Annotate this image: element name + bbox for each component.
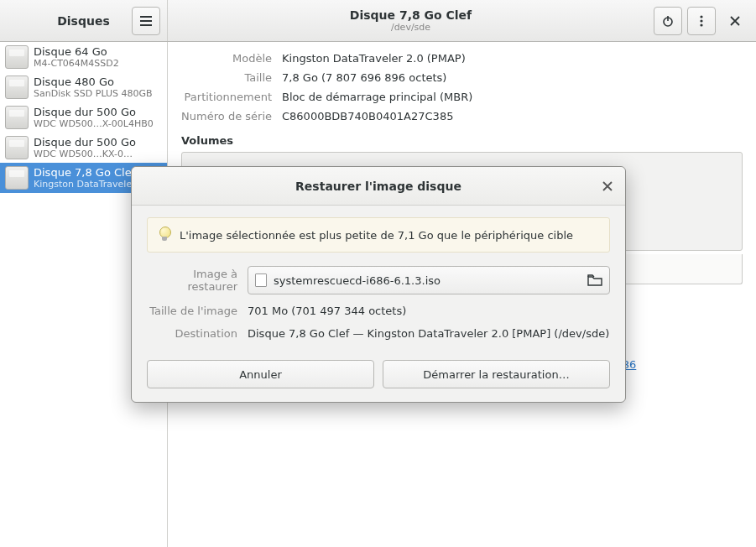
model-value: Kingston DataTraveler 2.0 (PMAP) bbox=[282, 52, 743, 65]
headerbar: Disques Disque 7,8 Go Clef /dev/sde bbox=[0, 0, 756, 42]
kebab-icon bbox=[700, 15, 703, 27]
size-value: 7,8 Go (7 807 696 896 octets) bbox=[282, 71, 743, 84]
partitioning-value: Bloc de démarrage principal (MBR) bbox=[282, 91, 743, 103]
image-size-value: 701 Mo (701 497 344 octets) bbox=[248, 305, 610, 317]
serial-label: Numéro de série bbox=[181, 110, 282, 122]
dialog-header: Restaurer l'image disque bbox=[132, 167, 625, 206]
headerbar-center: Disque 7,8 Go Clef /dev/sde bbox=[168, 0, 654, 41]
disk-item-3[interactable]: Disque dur 500 Go WDC WD500…KX-0… bbox=[0, 133, 167, 163]
infobar-message: L'image sélectionnée est plus petite de … bbox=[180, 229, 573, 242]
app-title: Disques bbox=[57, 14, 110, 28]
disk-subtitle: /dev/sde bbox=[391, 22, 430, 33]
headerbar-right bbox=[654, 0, 756, 41]
disk-item-sub: SanDisk SSD PLUS 480GB bbox=[34, 88, 153, 99]
disk-item-sub: Kingston DataTravele… bbox=[34, 179, 143, 190]
drive-icon bbox=[5, 45, 29, 69]
close-icon bbox=[602, 181, 613, 191]
disk-menu-button[interactable] bbox=[687, 7, 716, 35]
drive-icon bbox=[5, 166, 29, 190]
svg-point-4 bbox=[700, 23, 702, 26]
dialog-body: L'image sélectionnée est plus petite de … bbox=[132, 206, 625, 353]
dialog-actions: Annuler Démarrer la restauration… bbox=[132, 353, 625, 402]
headerbar-left: Disques bbox=[0, 0, 168, 41]
destination-value: Disque 7,8 Go Clef — Kingston DataTravel… bbox=[248, 327, 610, 340]
close-icon bbox=[730, 16, 740, 26]
disk-item-2[interactable]: Disque dur 500 Go WDC WD500…X-00L4HB0 bbox=[0, 102, 167, 133]
power-icon bbox=[662, 15, 674, 27]
disk-item-0[interactable]: Disque 64 Go M4-CT064M4SSD2 bbox=[0, 42, 167, 72]
restore-dialog: Restaurer l'image disque L'image sélecti… bbox=[131, 166, 626, 403]
cancel-button[interactable]: Annuler bbox=[147, 360, 374, 388]
partitioning-label: Partitionnement bbox=[181, 91, 282, 103]
disk-item-name: Disque 480 Go bbox=[34, 76, 153, 88]
disk-item-name: Disque 64 Go bbox=[34, 45, 119, 58]
disk-item-name: Disque dur 500 Go bbox=[34, 136, 136, 148]
file-chooser-button[interactable]: systemrescuecd-i686-6.1.3.iso bbox=[248, 266, 610, 294]
drive-icon bbox=[5, 136, 29, 159]
disk-item-name: Disque 7,8 Go Cle… bbox=[34, 166, 143, 179]
hamburger-icon bbox=[140, 16, 152, 26]
disk-title: Disque 7,8 Go Clef bbox=[350, 8, 472, 22]
svg-point-2 bbox=[700, 15, 702, 18]
drive-icon bbox=[5, 106, 29, 129]
cancel-button-label: Annuler bbox=[239, 368, 282, 381]
svg-point-3 bbox=[700, 19, 702, 22]
infobar: L'image sélectionnée est plus petite de … bbox=[147, 217, 610, 253]
destination-label: Destination bbox=[147, 327, 248, 340]
disk-item-sub: M4-CT064M4SSD2 bbox=[34, 58, 119, 69]
hamburger-button[interactable] bbox=[132, 7, 160, 35]
disk-item-name: Disque dur 500 Go bbox=[34, 106, 154, 118]
volumes-section-title: Volumes bbox=[181, 134, 743, 147]
disk-item-sub: WDC WD500…X-00L4HB0 bbox=[34, 118, 154, 129]
power-button[interactable] bbox=[654, 7, 682, 35]
size-label: Taille bbox=[181, 71, 282, 84]
model-label: Modèle bbox=[181, 52, 282, 65]
disk-item-1[interactable]: Disque 480 Go SanDisk SSD PLUS 480GB bbox=[0, 72, 167, 102]
open-folder-icon bbox=[587, 274, 602, 286]
serial-value: C86000BDB740B0401A27C385 bbox=[282, 110, 743, 122]
selected-file-name: systemrescuecd-i686-6.1.3.iso bbox=[274, 274, 581, 287]
drive-icon bbox=[5, 76, 29, 99]
file-icon bbox=[255, 274, 267, 287]
image-to-restore-label: Image à restaurer bbox=[147, 268, 248, 293]
lightbulb-icon bbox=[158, 227, 171, 243]
start-restore-button-label: Démarrer la restauration… bbox=[423, 368, 569, 381]
start-restore-button[interactable]: Démarrer la restauration… bbox=[383, 360, 610, 388]
disk-item-sub: WDC WD500…KX-0… bbox=[34, 148, 136, 159]
close-button[interactable] bbox=[721, 7, 749, 35]
dialog-close-button[interactable] bbox=[598, 177, 617, 195]
dialog-title: Restaurer l'image disque bbox=[295, 180, 461, 193]
image-size-label: Taille de l'image bbox=[147, 305, 248, 317]
